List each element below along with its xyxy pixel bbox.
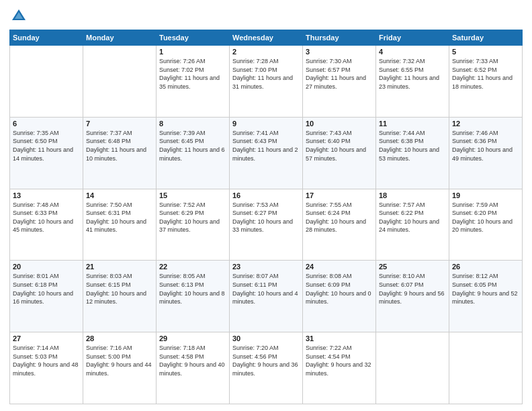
calendar-cell: 10Sunrise: 7:43 AM Sunset: 6:40 PM Dayli… <box>303 117 376 189</box>
calendar-table: SundayMondayTuesdayWednesdayThursdayFrid… <box>9 30 523 404</box>
cell-content: Sunrise: 7:53 AM Sunset: 6:27 PM Dayligh… <box>232 201 300 234</box>
calendar-cell: 13Sunrise: 7:48 AM Sunset: 6:33 PM Dayli… <box>10 189 83 261</box>
cell-content: Sunrise: 7:33 AM Sunset: 6:52 PM Dayligh… <box>452 57 519 91</box>
calendar-cell: 2Sunrise: 7:28 AM Sunset: 7:00 PM Daylig… <box>230 46 303 118</box>
cell-content: Sunrise: 7:48 AM Sunset: 6:33 PM Dayligh… <box>13 201 80 234</box>
weekday-header-sunday: Sunday <box>10 30 83 46</box>
calendar-cell: 5Sunrise: 7:33 AM Sunset: 6:52 PM Daylig… <box>449 46 523 118</box>
day-number: 21 <box>86 263 153 271</box>
calendar-cell: 19Sunrise: 7:59 AM Sunset: 6:20 PM Dayli… <box>449 189 523 261</box>
calendar-cell: 27Sunrise: 7:14 AM Sunset: 5:03 PM Dayli… <box>10 332 83 404</box>
day-number: 3 <box>306 48 373 56</box>
calendar-cell: 3Sunrise: 7:30 AM Sunset: 6:57 PM Daylig… <box>303 46 376 118</box>
cell-content: Sunrise: 8:10 AM Sunset: 6:07 PM Dayligh… <box>379 272 446 306</box>
cell-content: Sunrise: 7:30 AM Sunset: 6:57 PM Dayligh… <box>306 57 373 91</box>
day-number: 15 <box>159 191 226 199</box>
cell-content: Sunrise: 8:07 AM Sunset: 6:11 PM Dayligh… <box>232 272 300 306</box>
cell-content: Sunrise: 8:03 AM Sunset: 6:15 PM Dayligh… <box>86 272 153 306</box>
calendar-cell: 14Sunrise: 7:50 AM Sunset: 6:31 PM Dayli… <box>83 189 157 261</box>
weekday-header-monday: Monday <box>83 30 157 46</box>
cell-content: Sunrise: 7:43 AM Sunset: 6:40 PM Dayligh… <box>306 129 373 163</box>
calendar-cell: 22Sunrise: 8:05 AM Sunset: 6:13 PM Dayli… <box>157 261 230 332</box>
calendar-cell: 31Sunrise: 7:22 AM Sunset: 4:54 PM Dayli… <box>303 332 376 404</box>
calendar-cell: 16Sunrise: 7:53 AM Sunset: 6:27 PM Dayli… <box>230 189 303 261</box>
calendar-cell: 25Sunrise: 8:10 AM Sunset: 6:07 PM Dayli… <box>376 261 449 332</box>
weekday-header-tuesday: Tuesday <box>157 30 230 46</box>
cell-content: Sunrise: 7:37 AM Sunset: 6:48 PM Dayligh… <box>86 129 153 163</box>
day-number: 31 <box>306 334 373 342</box>
cell-content: Sunrise: 8:01 AM Sunset: 6:18 PM Dayligh… <box>13 272 80 306</box>
calendar-cell: 18Sunrise: 7:57 AM Sunset: 6:22 PM Dayli… <box>376 189 449 261</box>
day-number: 24 <box>306 263 373 271</box>
day-number: 25 <box>379 263 446 271</box>
day-number: 18 <box>379 191 446 199</box>
calendar-cell: 23Sunrise: 8:07 AM Sunset: 6:11 PM Dayli… <box>230 261 303 332</box>
cell-content: Sunrise: 7:26 AM Sunset: 7:02 PM Dayligh… <box>159 57 226 91</box>
cell-content: Sunrise: 7:46 AM Sunset: 6:36 PM Dayligh… <box>452 129 519 163</box>
cell-content: Sunrise: 7:32 AM Sunset: 6:55 PM Dayligh… <box>379 57 446 91</box>
calendar-cell: 30Sunrise: 7:20 AM Sunset: 4:56 PM Dayli… <box>230 332 303 404</box>
cell-content: Sunrise: 7:39 AM Sunset: 6:45 PM Dayligh… <box>159 129 226 163</box>
week-row-0: 1Sunrise: 7:26 AM Sunset: 7:02 PM Daylig… <box>10 46 523 118</box>
header-row: SundayMondayTuesdayWednesdayThursdayFrid… <box>10 30 523 46</box>
cell-content: Sunrise: 7:35 AM Sunset: 6:50 PM Dayligh… <box>13 129 80 163</box>
calendar-cell: 12Sunrise: 7:46 AM Sunset: 6:36 PM Dayli… <box>449 117 523 189</box>
calendar-cell: 11Sunrise: 7:44 AM Sunset: 6:38 PM Dayli… <box>376 117 449 189</box>
calendar-cell: 15Sunrise: 7:52 AM Sunset: 6:29 PM Dayli… <box>157 189 230 261</box>
cell-content: Sunrise: 7:20 AM Sunset: 4:56 PM Dayligh… <box>232 344 300 377</box>
day-number: 14 <box>86 191 153 199</box>
day-number: 29 <box>159 334 226 342</box>
calendar-cell: 9Sunrise: 7:41 AM Sunset: 6:43 PM Daylig… <box>230 117 303 189</box>
weekday-header-wednesday: Wednesday <box>230 30 303 46</box>
calendar-cell: 21Sunrise: 8:03 AM Sunset: 6:15 PM Dayli… <box>83 261 157 332</box>
day-number: 23 <box>232 263 300 271</box>
week-row-3: 20Sunrise: 8:01 AM Sunset: 6:18 PM Dayli… <box>10 261 523 332</box>
cell-content: Sunrise: 7:44 AM Sunset: 6:38 PM Dayligh… <box>379 129 446 163</box>
weekday-header-saturday: Saturday <box>449 30 523 46</box>
day-number: 7 <box>86 120 153 128</box>
day-number: 22 <box>159 263 226 271</box>
calendar-cell <box>83 46 157 118</box>
week-row-2: 13Sunrise: 7:48 AM Sunset: 6:33 PM Dayli… <box>10 189 523 261</box>
cell-content: Sunrise: 7:18 AM Sunset: 4:58 PM Dayligh… <box>159 344 226 377</box>
week-row-4: 27Sunrise: 7:14 AM Sunset: 5:03 PM Dayli… <box>10 332 523 404</box>
cell-content: Sunrise: 7:55 AM Sunset: 6:24 PM Dayligh… <box>306 201 373 234</box>
day-number: 5 <box>452 48 519 56</box>
day-number: 19 <box>452 191 519 199</box>
day-number: 12 <box>452 120 519 128</box>
calendar-cell: 29Sunrise: 7:18 AM Sunset: 4:58 PM Dayli… <box>157 332 230 404</box>
logo <box>9 7 31 26</box>
cell-content: Sunrise: 7:50 AM Sunset: 6:31 PM Dayligh… <box>86 201 153 234</box>
cell-content: Sunrise: 7:22 AM Sunset: 4:54 PM Dayligh… <box>306 344 373 377</box>
day-number: 1 <box>159 48 226 56</box>
day-number: 26 <box>452 263 519 271</box>
calendar-cell: 4Sunrise: 7:32 AM Sunset: 6:55 PM Daylig… <box>376 46 449 118</box>
calendar-cell: 28Sunrise: 7:16 AM Sunset: 5:00 PM Dayli… <box>83 332 157 404</box>
calendar-cell: 1Sunrise: 7:26 AM Sunset: 7:02 PM Daylig… <box>157 46 230 118</box>
weekday-header-friday: Friday <box>376 30 449 46</box>
calendar-cell: 6Sunrise: 7:35 AM Sunset: 6:50 PM Daylig… <box>10 117 83 189</box>
day-number: 6 <box>13 120 80 128</box>
cell-content: Sunrise: 7:57 AM Sunset: 6:22 PM Dayligh… <box>379 201 446 234</box>
day-number: 11 <box>379 120 446 128</box>
cell-content: Sunrise: 7:28 AM Sunset: 7:00 PM Dayligh… <box>232 57 300 91</box>
cell-content: Sunrise: 7:41 AM Sunset: 6:43 PM Dayligh… <box>232 129 300 163</box>
day-number: 27 <box>13 334 80 342</box>
day-number: 4 <box>379 48 446 56</box>
header <box>9 7 523 26</box>
calendar-cell: 17Sunrise: 7:55 AM Sunset: 6:24 PM Dayli… <box>303 189 376 261</box>
logo-icon <box>9 7 28 26</box>
day-number: 8 <box>159 120 226 128</box>
cell-content: Sunrise: 7:14 AM Sunset: 5:03 PM Dayligh… <box>13 344 80 377</box>
calendar-cell: 26Sunrise: 8:12 AM Sunset: 6:05 PM Dayli… <box>449 261 523 332</box>
day-number: 2 <box>232 48 300 56</box>
day-number: 28 <box>86 334 153 342</box>
cell-content: Sunrise: 7:52 AM Sunset: 6:29 PM Dayligh… <box>159 201 226 234</box>
week-row-1: 6Sunrise: 7:35 AM Sunset: 6:50 PM Daylig… <box>10 117 523 189</box>
day-number: 20 <box>13 263 80 271</box>
day-number: 10 <box>306 120 373 128</box>
calendar-cell <box>449 332 523 404</box>
day-number: 9 <box>232 120 300 128</box>
cell-content: Sunrise: 7:59 AM Sunset: 6:20 PM Dayligh… <box>452 201 519 234</box>
calendar-cell <box>10 46 83 118</box>
